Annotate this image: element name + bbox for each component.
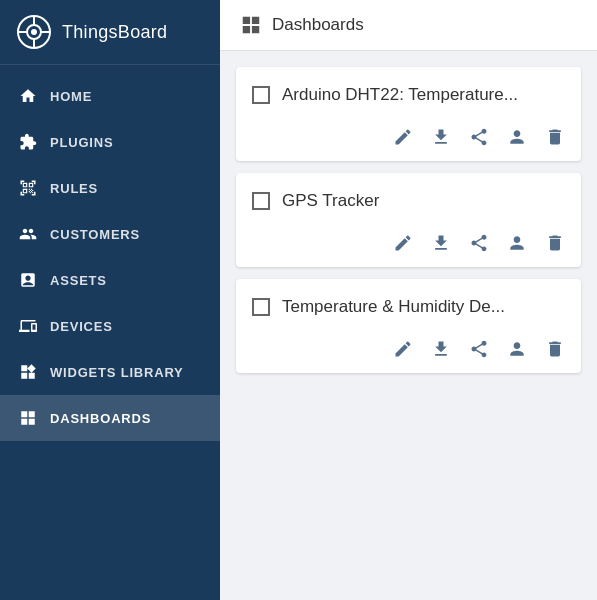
customers-icon [18, 224, 38, 244]
dashboards-list: Arduino DHT22: Temperature... [220, 51, 597, 600]
sidebar-label-widgets-library: WIDGETS LIBRARY [50, 365, 184, 380]
sidebar-item-home[interactable]: HOME [0, 73, 220, 119]
sidebar-item-plugins[interactable]: PLUGINS [0, 119, 220, 165]
card-2-edit-button[interactable] [393, 233, 413, 253]
sidebar-item-customers[interactable]: CUSTOMERS [0, 211, 220, 257]
main-header: Dashboards [220, 0, 597, 51]
card-2-delete-button[interactable] [545, 233, 565, 253]
dashboard-card-3: Temperature & Humidity De... [236, 279, 581, 373]
plugins-icon [18, 132, 38, 152]
card-3-top: Temperature & Humidity De... [236, 279, 581, 331]
card-3-actions [236, 331, 581, 373]
card-2-download-button[interactable] [431, 233, 451, 253]
card-3-download-button[interactable] [431, 339, 451, 359]
card-3-assign-button[interactable] [507, 339, 527, 359]
sidebar-item-assets[interactable]: ASSETS [0, 257, 220, 303]
dashboard-card-2: GPS Tracker [236, 173, 581, 267]
dashboards-icon [18, 408, 38, 428]
sidebar-item-rules[interactable]: RULES [0, 165, 220, 211]
card-3-share-button[interactable] [469, 339, 489, 359]
sidebar-label-assets: ASSETS [50, 273, 107, 288]
app-logo[interactable]: ThingsBoard [0, 0, 220, 65]
card-1-title: Arduino DHT22: Temperature... [282, 85, 518, 105]
card-1-top: Arduino DHT22: Temperature... [236, 67, 581, 119]
home-icon [18, 86, 38, 106]
card-3-title: Temperature & Humidity De... [282, 297, 505, 317]
card-2-assign-button[interactable] [507, 233, 527, 253]
card-2-checkbox[interactable] [252, 192, 270, 210]
card-2-title: GPS Tracker [282, 191, 379, 211]
devices-icon [18, 316, 38, 336]
sidebar-item-dashboards[interactable]: DASHBOARDS [0, 395, 220, 441]
card-1-assign-button[interactable] [507, 127, 527, 147]
dashboards-header-icon [240, 14, 262, 36]
card-3-edit-button[interactable] [393, 339, 413, 359]
card-2-top: GPS Tracker [236, 173, 581, 225]
sidebar-label-customers: CUSTOMERS [50, 227, 140, 242]
assets-icon [18, 270, 38, 290]
sidebar-label-home: HOME [50, 89, 92, 104]
card-1-checkbox[interactable] [252, 86, 270, 104]
dashboard-card-1: Arduino DHT22: Temperature... [236, 67, 581, 161]
sidebar-item-widgets-library[interactable]: WIDGETS LIBRARY [0, 349, 220, 395]
card-1-edit-button[interactable] [393, 127, 413, 147]
sidebar-label-devices: DEVICES [50, 319, 113, 334]
app-name: ThingsBoard [62, 22, 167, 43]
card-3-checkbox[interactable] [252, 298, 270, 316]
logo-icon [16, 14, 52, 50]
widgets-icon [18, 362, 38, 382]
sidebar: ThingsBoard HOME PLUGINS [0, 0, 220, 600]
rules-icon [18, 178, 38, 198]
card-1-delete-button[interactable] [545, 127, 565, 147]
card-2-actions [236, 225, 581, 267]
card-3-delete-button[interactable] [545, 339, 565, 359]
sidebar-label-dashboards: DASHBOARDS [50, 411, 151, 426]
sidebar-item-devices[interactable]: DEVICES [0, 303, 220, 349]
sidebar-label-rules: RULES [50, 181, 98, 196]
card-1-download-button[interactable] [431, 127, 451, 147]
main-content-area: Dashboards Arduino DHT22: Temperature... [220, 0, 597, 600]
sidebar-label-plugins: PLUGINS [50, 135, 113, 150]
main-header-title: Dashboards [272, 15, 364, 35]
sidebar-nav: HOME PLUGINS RULES [0, 65, 220, 441]
card-2-share-button[interactable] [469, 233, 489, 253]
svg-point-6 [31, 29, 37, 35]
card-1-share-button[interactable] [469, 127, 489, 147]
card-1-actions [236, 119, 581, 161]
